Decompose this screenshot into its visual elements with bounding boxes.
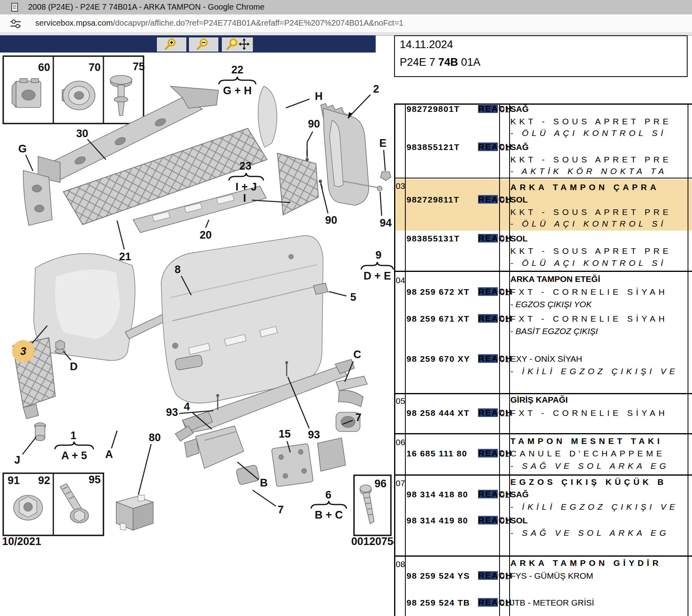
reach-badge[interactable]: REACH	[478, 354, 498, 363]
callout-15: 15	[279, 428, 291, 440]
description-line: - ÖLÜ AÇI KONTROL Sİ	[510, 258, 688, 268]
part-number: 98 259 524 YS	[407, 571, 470, 581]
leader-line	[117, 221, 124, 249]
description-line: - AKTİK KÖR NOKTA TA	[510, 166, 688, 176]
description-line: - İKİLİ EGZOZ ÇIKIŞI VE	[510, 502, 688, 512]
description-line: JTB - METEOR GRİSİ	[510, 598, 688, 608]
callout-92: 92	[38, 474, 50, 486]
part-bracket-80	[116, 495, 153, 530]
leader-line	[286, 99, 310, 108]
leader-line	[321, 184, 328, 213]
brace	[55, 442, 93, 449]
callout-IJ: I + J	[235, 181, 257, 193]
part-bracket-i	[277, 153, 318, 215]
description-line: SAĞ	[510, 104, 688, 114]
reach-badge[interactable]: REACH	[478, 571, 498, 580]
reach-badge[interactable]: REACH	[478, 287, 498, 296]
callout-BC: B + C	[315, 509, 343, 521]
description-line: - SAĞ VE SOL ARKA EG	[510, 461, 688, 471]
callout-75: 75	[133, 61, 145, 73]
quantity: 01	[500, 105, 509, 114]
exploded-parts-diagram: 6070753022G + HH290E23I + JI9094G212089D…	[0, 0, 394, 616]
leader-line	[26, 155, 33, 171]
leader-line	[329, 292, 346, 296]
row-header: ARKA TAMPON GİYDİR	[510, 558, 688, 568]
callout-E: E	[379, 137, 386, 149]
quantity: 01	[500, 314, 509, 324]
inset-box-clips	[3, 56, 144, 124]
description-line: KKT - SOUS APRET PRE	[510, 117, 688, 126]
callout-93: 93	[166, 406, 178, 418]
reach-badge[interactable]: REACH	[478, 408, 498, 417]
leader-line	[206, 220, 209, 228]
callout-C: C	[353, 349, 361, 361]
description-line: - ÖLÜ AÇI KONTROL Sİ	[510, 128, 688, 138]
reach-badge[interactable]: REACH	[478, 490, 498, 498]
description-line: SOL	[510, 516, 688, 525]
reach-badge[interactable]: REACH	[478, 195, 498, 204]
quantity: 01	[500, 234, 509, 244]
callout-90: 90	[325, 214, 337, 226]
part-bumper-cover	[161, 235, 323, 403]
part-number: 983855121T	[407, 142, 460, 152]
part-number: 982729811T	[407, 195, 459, 205]
description-line: KKT - SOUS APRET PRE	[510, 155, 688, 164]
callout-7: 7	[355, 411, 361, 424]
row-number: 06	[396, 438, 406, 447]
row-header: ARKA TAMPON ÇAPRA	[510, 182, 688, 192]
description-line: KKT - SOUS APRET PRE	[510, 207, 688, 217]
reach-badge[interactable]: REACH	[478, 104, 498, 113]
callout-I: I	[243, 192, 246, 204]
part-plate-15	[271, 444, 313, 487]
callout-9: 9	[375, 249, 381, 261]
leader-line	[307, 132, 313, 156]
leader-line	[22, 437, 36, 454]
callout-22: 22	[231, 64, 243, 76]
callout-B: B	[260, 477, 268, 489]
row-number: 04	[396, 276, 406, 285]
row-header: EGZOS ÇIKIŞ KÜÇÜK B	[510, 477, 688, 487]
callout-70: 70	[89, 61, 101, 73]
callout-DE: D + E	[364, 270, 391, 282]
callout-94: 94	[380, 217, 392, 229]
callout-20: 20	[200, 229, 212, 241]
callout-J: J	[14, 454, 20, 466]
callout-2: 2	[373, 83, 379, 95]
reach-badge[interactable]: REACH	[478, 598, 498, 607]
part-number: 98 259 672 XT	[407, 287, 469, 297]
callout-A5: A + 5	[61, 450, 87, 462]
callout-80: 80	[149, 432, 161, 444]
reach-badge[interactable]: REACH	[478, 314, 498, 323]
part-number: 983855131T	[407, 234, 460, 243]
description-line: SOL	[510, 195, 688, 205]
part-clip-7b	[236, 464, 260, 485]
description-line: FYS - GÜMÜŞ KROM	[510, 571, 688, 581]
part-number: 98 259 671 XT	[407, 314, 469, 324]
part-bracket-h	[258, 86, 277, 147]
reach-badge[interactable]: REACH	[478, 234, 498, 243]
callout-8: 8	[174, 263, 180, 276]
description-line: SAĞ	[510, 490, 688, 499]
quantity: 01	[500, 288, 509, 297]
leader-line	[380, 192, 382, 216]
reach-badge[interactable]: REACH	[478, 516, 498, 525]
quantity: 01	[500, 571, 509, 581]
quantity: 01	[500, 355, 509, 364]
part-number: 98 259 524 TB	[407, 598, 470, 608]
reach-badge[interactable]: REACH	[478, 449, 498, 458]
description-line: - İKİLİ EGZOZ ÇIKIŞI VE	[510, 367, 688, 376]
description-line: FXT - CORNELIE SİYAH	[510, 314, 688, 324]
callout-60: 60	[38, 61, 50, 73]
description-line: - SAĞ VE SOL ARKA EG	[510, 528, 688, 538]
callout-96: 96	[374, 478, 386, 490]
callout-H: H	[315, 90, 323, 102]
row-number: 07	[396, 478, 406, 488]
description-line: KKT - SOUS APRET PRE	[510, 246, 688, 256]
part-bracket-g	[23, 170, 52, 225]
part-corner-2	[321, 103, 369, 205]
part-clip-5	[314, 283, 328, 294]
description-line: FXT - CORNELIE SİYAH	[510, 408, 688, 418]
reach-badge[interactable]: REACH	[478, 142, 498, 151]
row-number: 08	[396, 559, 406, 569]
callout-91: 91	[8, 474, 20, 486]
